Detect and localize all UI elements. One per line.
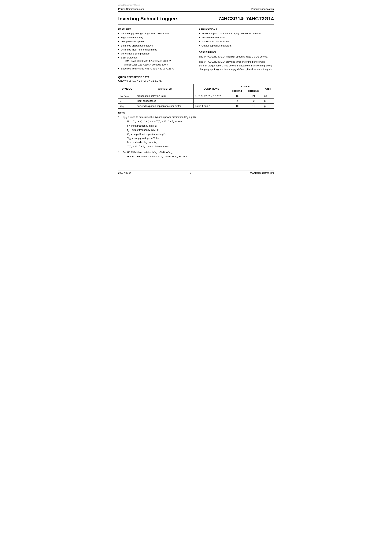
qrd-table: SYMBOL PARAMETER CONDITIONS TYPICAL UNIT…: [118, 84, 274, 109]
table-row: CPD power dissipation capacitance per bu…: [118, 103, 274, 109]
list-item: Monostable multivibrators: [199, 40, 274, 43]
col-typical: TYPICAL: [229, 84, 263, 89]
list-item: Low power dissipation: [118, 40, 193, 43]
parameter-cell: power dissipation capacitance per buffer: [135, 103, 194, 109]
conditions-cell: [194, 98, 229, 103]
footer: 2003 Nov 04 2 www.DataSheet4U.com: [118, 170, 274, 174]
note-1-sub: PD = CPD × VCC2 × fi × N + Σ(CL × VCC2 ×…: [123, 119, 274, 149]
description-para1: The 74HC3G/HCT3G14 is a high-speed Si-ga…: [199, 55, 274, 59]
hc3g14-cell: 16: [229, 93, 245, 99]
col-conditions: CONDITIONS: [194, 84, 229, 93]
quick-reference-data-section: QUICK REFERENCE DATA GND = 0 V; Tamb = 2…: [118, 76, 274, 109]
conditions-cell: notes 1 and 2: [194, 103, 229, 109]
list-item: High noise immunity: [118, 36, 193, 39]
col-unit: UNIT: [263, 84, 274, 93]
col-symbol: SYMBOL: [118, 84, 135, 93]
applications-list: Wave and pulse shapers for highly noisy …: [199, 32, 274, 47]
hct3g14-cell: 21: [245, 93, 263, 99]
footer-page: 2: [190, 172, 191, 174]
list-item: Specified from −40 to +85 °C and −40 to …: [118, 67, 193, 70]
list-item: Unlimited input rise and fall times: [118, 48, 193, 51]
list-item: Output capability: standard.: [199, 44, 274, 47]
col-hct3g14: HCT3G14: [245, 89, 263, 93]
col-hc3g14: HC3G14: [229, 89, 245, 93]
note-1: 1. CPD is used to determine the dynamic …: [118, 115, 274, 149]
parameter-cell: input capacitance: [135, 98, 194, 103]
watermark: www.DataSheet4U.com: [118, 4, 274, 6]
parameter-cell: propagation delay nA to nY: [135, 93, 194, 99]
hct3g14-cell: 10: [245, 103, 263, 109]
hc3g14-cell: 2: [229, 98, 245, 103]
applications-description-section: APPLICATIONS Wave and pulse shapers for …: [199, 28, 274, 73]
list-item: Wide supply voltage range from 2.0 to 6.…: [118, 32, 193, 35]
symbol-cell: tPHL/tPLH: [118, 93, 135, 99]
footer-url: www.DataSheet4U.com: [250, 172, 274, 174]
header-spec: Product specification: [251, 7, 274, 10]
features-section: FEATURES Wide supply voltage range from …: [118, 28, 193, 73]
symbol-cell: CPD: [118, 103, 135, 109]
applications-heading: APPLICATIONS: [199, 28, 274, 31]
header-bar: Philips Semiconductors Product specifica…: [118, 7, 274, 12]
notes-heading: Notes: [118, 111, 274, 114]
description-heading: DESCRIPTION: [199, 51, 274, 54]
features-heading: FEATURES: [118, 28, 193, 31]
col-parameter: PARAMETER: [135, 84, 194, 93]
table-row: tPHL/tPLH propagation delay nA to nY CL …: [118, 93, 274, 99]
hc3g14-cell: 10: [229, 103, 245, 109]
qrd-heading: QUICK REFERENCE DATA: [118, 76, 274, 79]
description-para2: The 74HC3G/HCT3G14 provides three invert…: [199, 60, 274, 71]
unit-cell: ns: [263, 93, 274, 99]
table-row: CI input capacitance 2 2 pF: [118, 98, 274, 103]
title-part-number: 74HC3G14; 74HCT3G14: [218, 16, 274, 22]
hct3g14-cell: 2: [245, 98, 263, 103]
conditions-cell: CL = 50 pF; VCC = 4.5 V: [194, 93, 229, 99]
list-item: Astable multivibrators: [199, 36, 274, 39]
note-2: 2. For HC3G14 the condition is VI = GND …: [118, 151, 274, 159]
notes-section: Notes 1. CPD is used to determine the dy…: [118, 111, 274, 159]
unit-cell: pF: [263, 103, 274, 109]
title-product-name: Inverting Schmitt-triggers: [118, 16, 179, 22]
symbol-cell: CI: [118, 98, 135, 103]
header-company: Philips Semiconductors: [118, 7, 144, 10]
features-list: Wide supply voltage range from 2.0 to 6.…: [118, 32, 193, 70]
footer-date: 2003 Nov 04: [118, 172, 131, 174]
qrd-subheading: GND = 0 V; Tamb = 25 °C; tr = tf ≤ 6.0 n…: [118, 79, 274, 83]
list-item: Balanced propagation delays: [118, 44, 193, 47]
title-section: Inverting Schmitt-triggers 74HC3G14; 74H…: [118, 14, 274, 24]
list-item: Very small 8 pins package: [118, 52, 193, 55]
list-item: Wave and pulse shapers for highly noisy …: [199, 32, 274, 35]
note-2-sub: For HCT3G14 the condition is VI = GND to…: [123, 155, 274, 159]
unit-cell: pF: [263, 98, 274, 103]
list-item: ESD protection: HBM EIA/JESD22-A114-A ex…: [118, 56, 193, 66]
